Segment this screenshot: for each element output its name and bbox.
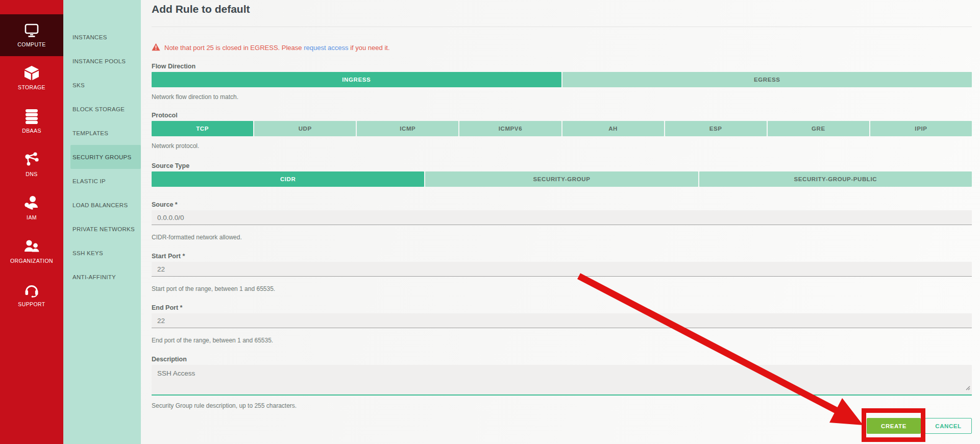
monitor-icon <box>23 23 40 38</box>
form-actions: CREATE CANCEL <box>152 418 972 434</box>
subnav-item-private-networks[interactable]: PRIVATE NETWORKS <box>63 217 141 241</box>
source-type-label: Source Type <box>152 162 972 170</box>
sidebar-item-compute[interactable]: COMPUTE <box>0 14 63 56</box>
protocol-option-udp[interactable]: UDP <box>254 121 356 136</box>
source-help: CIDR-formatted network allowed. <box>152 234 972 241</box>
warning-text: Note that port 25 is closed in EGRESS. P… <box>164 44 390 52</box>
resize-grip-icon[interactable] <box>965 383 970 392</box>
start-port-label: Start Port * <box>152 252 972 260</box>
users-icon <box>23 239 40 254</box>
sidebar-item-label: DNS <box>26 171 37 177</box>
end-port-help: End port of the range, between 1 and 655… <box>152 337 972 344</box>
protocol-label: Protocol <box>152 111 972 119</box>
start-port-input[interactable] <box>152 262 972 277</box>
subnav-item-security-groups[interactable]: SECURITY GROUPS <box>70 145 141 169</box>
cancel-button[interactable]: CANCEL <box>925 418 972 434</box>
sidebar-item-label: STORAGE <box>18 84 45 90</box>
protocol-option-icmpv6[interactable]: ICMPV6 <box>459 121 561 136</box>
subnav-item-templates[interactable]: TEMPLATES <box>63 121 141 145</box>
create-button[interactable]: CREATE <box>867 418 921 434</box>
sidebar-item-dns[interactable]: DNS <box>0 143 63 186</box>
compute-subnav: INSTANCES INSTANCE POOLS SKS BLOCK STORA… <box>63 0 141 444</box>
sidebar-item-label: SUPPORT <box>18 301 45 307</box>
protocol-help: Network protocol. <box>152 142 972 150</box>
port25-warning: Note that port 25 is closed in EGRESS. P… <box>152 43 972 52</box>
flow-direction-segmented: INGRESS EGRESS <box>152 72 972 87</box>
cube-icon <box>23 65 40 81</box>
end-port-input[interactable] <box>152 313 972 328</box>
source-type-option-cidr[interactable]: CIDR <box>152 171 424 187</box>
subnav-item-anti-affinity[interactable]: ANTI-AFFINITY <box>63 265 141 289</box>
sidebar-item-iam[interactable]: IAM <box>0 186 63 230</box>
flow-direction-label: Flow Direction <box>152 62 972 70</box>
end-port-label: End Port * <box>152 304 972 312</box>
start-port-help: Start port of the range, between 1 and 6… <box>152 285 972 293</box>
sidebar-item-label: COMPUTE <box>17 41 45 47</box>
source-type-option-security-group[interactable]: SECURITY-GROUP <box>425 171 698 187</box>
description-help: Security Group rule description, up to 2… <box>152 402 972 410</box>
headset-icon <box>23 282 40 298</box>
protocol-option-esp[interactable]: ESP <box>665 121 767 136</box>
sidebar-item-label: IAM <box>27 214 37 220</box>
add-rule-form: Add Rule to default Note that port 25 is… <box>141 0 980 444</box>
primary-sidebar: COMPUTE STORAGE DBAAS <box>0 0 63 444</box>
title-divider <box>152 27 972 27</box>
protocol-option-ipip[interactable]: IPIP <box>870 121 972 136</box>
protocol-option-icmp[interactable]: ICMP <box>357 121 458 136</box>
flow-direction-help: Network flow direction to match. <box>152 93 972 101</box>
subnav-item-load-balancers[interactable]: LOAD BALANCERS <box>63 193 141 217</box>
warning-triangle-icon <box>152 43 160 53</box>
database-icon <box>24 109 39 124</box>
subnav-item-instance-pools[interactable]: INSTANCE POOLS <box>63 49 141 73</box>
sidebar-item-support[interactable]: SUPPORT <box>0 273 63 316</box>
description-textarea[interactable]: SSH Access <box>152 365 972 396</box>
sidebar-item-storage[interactable]: STORAGE <box>0 56 63 100</box>
protocol-option-tcp[interactable]: TCP <box>152 121 253 136</box>
sidebar-item-dbaas[interactable]: DBAAS <box>0 100 63 143</box>
subnav-item-elastic-ip[interactable]: ELASTIC IP <box>63 169 141 193</box>
description-label: Description <box>152 355 972 363</box>
source-label: Source * <box>152 201 972 209</box>
source-type-segmented: CIDR SECURITY-GROUP SECURITY-GROUP-PUBLI… <box>152 171 972 187</box>
subnav-item-ssh-keys[interactable]: SSH KEYS <box>63 241 141 265</box>
user-key-icon <box>23 195 40 211</box>
sidebar-top-spacer <box>0 0 63 14</box>
protocol-option-ah[interactable]: AH <box>562 121 664 136</box>
subnav-item-block-storage[interactable]: BLOCK STORAGE <box>63 97 141 121</box>
flow-option-ingress[interactable]: INGRESS <box>152 72 561 87</box>
request-access-link[interactable]: request access <box>304 44 348 52</box>
sidebar-item-organization[interactable]: ORGANIZATION <box>0 230 63 273</box>
protocol-option-gre[interactable]: GRE <box>768 121 869 136</box>
subnav-item-sks[interactable]: SKS <box>63 73 141 97</box>
sidebar-item-label: DBAAS <box>22 128 41 134</box>
source-input[interactable] <box>152 210 972 225</box>
source-type-option-security-group-public[interactable]: SECURITY-GROUP-PUBLIC <box>699 171 972 187</box>
flow-option-egress[interactable]: EGRESS <box>562 72 972 87</box>
sidebar-item-label: ORGANIZATION <box>10 258 53 264</box>
protocol-segmented: TCP UDP ICMP ICMPV6 AH ESP GRE IPIP <box>152 121 972 136</box>
page-title: Add Rule to default <box>152 3 972 15</box>
network-icon <box>23 152 40 167</box>
subnav-item-instances[interactable]: INSTANCES <box>63 25 141 49</box>
